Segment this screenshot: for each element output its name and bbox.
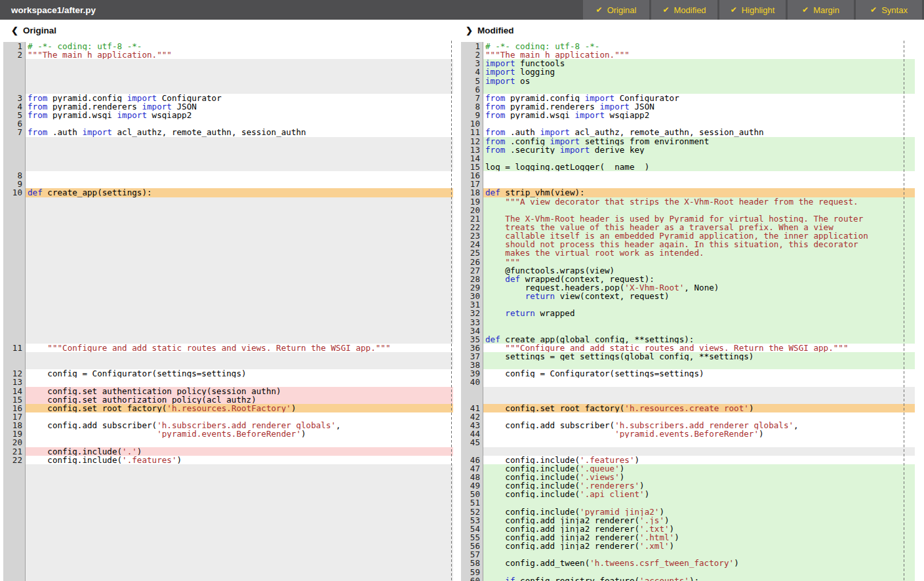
diff-row[interactable]: 43 config.add_subscriber('h.subscribers.…: [460, 421, 915, 430]
code-line[interactable]: config.set_root_factory('h.resources.cre…: [483, 404, 915, 412]
diff-row[interactable]: [0, 275, 453, 283]
diff-row[interactable]: [0, 335, 453, 344]
diff-row[interactable]: 6: [0, 119, 453, 128]
code-line[interactable]: from pyramid.config import Configurator: [26, 94, 453, 102]
diff-row[interactable]: [0, 206, 453, 214]
code-line[interactable]: from pyramid.wsgi import wsgiapp2: [26, 111, 453, 119]
code-line[interactable]: config.add_jinja2_renderer('.js'): [483, 516, 915, 525]
diff-row[interactable]: [0, 266, 453, 275]
filler-line[interactable]: [26, 154, 453, 163]
code-line[interactable]: [483, 318, 915, 327]
diff-row[interactable]: 46 config.include('.features'): [460, 456, 915, 464]
code-line[interactable]: config.include('.api_client'): [483, 490, 915, 498]
code-line[interactable]: config.set_authorization_policy(acl_auth…: [26, 395, 453, 404]
diff-row[interactable]: [0, 240, 453, 249]
code-line[interactable]: from .security import derive_key: [483, 146, 915, 154]
diff-row[interactable]: 28 def wrapped(context, request):: [460, 275, 915, 283]
diff-row[interactable]: 38: [460, 361, 915, 369]
code-line[interactable]: config.include('pyramid_jinja2'): [483, 508, 915, 516]
diff-row[interactable]: 14 config.set_authentication_policy(sess…: [0, 387, 453, 395]
code-line[interactable]: config.include('.features'): [26, 456, 453, 464]
diff-row[interactable]: [460, 387, 915, 395]
toggle-button-original[interactable]: ✔Original: [583, 0, 649, 20]
diff-row[interactable]: 31: [460, 300, 915, 309]
filler-line[interactable]: [26, 85, 453, 94]
code-line[interactable]: [483, 171, 915, 180]
diff-row[interactable]: 22 treats the value of this header as a …: [460, 223, 915, 231]
diff-row[interactable]: 58 config.add_tween('h.tweens.csrf_tween…: [460, 559, 915, 567]
code-line[interactable]: [26, 438, 453, 447]
code-line[interactable]: config.add_subscriber('h.subscribers.add…: [26, 421, 453, 430]
diff-row[interactable]: 3from pyramid.config import Configurator: [0, 94, 453, 102]
diff-row[interactable]: 59: [460, 568, 915, 576]
diff-row[interactable]: 32 return wrapped: [460, 309, 915, 317]
modified-pane[interactable]: 1# -*- coding: utf-8 -*-2"""The main h a…: [460, 41, 915, 581]
diff-row[interactable]: 42: [460, 412, 915, 421]
filler-line[interactable]: [26, 533, 453, 542]
code-line[interactable]: [26, 412, 453, 421]
diff-row[interactable]: 30 return view(context, request): [460, 292, 915, 300]
code-line[interactable]: # -*- coding: utf-8 -*-: [483, 42, 915, 50]
filler-line[interactable]: [26, 59, 453, 68]
diff-row[interactable]: 33: [460, 318, 915, 327]
filler-line[interactable]: [26, 576, 453, 581]
diff-row[interactable]: 13: [0, 378, 453, 386]
code-line[interactable]: config.add_jinja2_renderer('.html'): [483, 533, 915, 542]
diff-row[interactable]: 16 config.set_root_factory('h.resources.…: [0, 404, 453, 412]
diff-row[interactable]: 54 config.add_jinja2_renderer('.txt'): [460, 525, 915, 533]
code-line[interactable]: [483, 438, 915, 447]
diff-row[interactable]: [0, 214, 453, 223]
diff-row[interactable]: [0, 77, 453, 85]
diff-row[interactable]: 5import os: [460, 77, 915, 85]
diff-row[interactable]: [0, 249, 453, 257]
diff-row[interactable]: [460, 447, 915, 456]
filler-line[interactable]: [483, 447, 915, 456]
diff-row[interactable]: [0, 231, 453, 240]
code-line[interactable]: [483, 378, 915, 386]
code-line[interactable]: config.add_tween('h.tweens.csrf_tween_fa…: [483, 559, 915, 567]
code-line[interactable]: config.add_subscriber('h.subscribers.add…: [483, 421, 915, 430]
diff-row[interactable]: 27 @functools.wraps(view): [460, 266, 915, 275]
diff-row[interactable]: 22 config.include('.features'): [0, 456, 453, 464]
filler-line[interactable]: [26, 223, 453, 231]
code-line[interactable]: 'pyramid.events.BeforeRender'): [26, 430, 453, 438]
diff-row[interactable]: 7from pyramid.config import Configurator: [460, 94, 915, 102]
code-line[interactable]: [26, 119, 453, 128]
code-line[interactable]: [26, 180, 453, 188]
toggle-button-margin[interactable]: ✔Margin: [788, 0, 854, 20]
code-line[interactable]: [26, 171, 453, 180]
code-line[interactable]: import logging: [483, 68, 915, 76]
code-line[interactable]: """The main h application.""": [483, 50, 915, 59]
code-line[interactable]: """A view decorator that strips the X-Vh…: [483, 197, 915, 206]
diff-row[interactable]: 18 config.add_subscriber('h.subscribers.…: [0, 421, 453, 430]
diff-row[interactable]: 10: [460, 119, 915, 128]
diff-row[interactable]: [0, 197, 453, 206]
code-line[interactable]: log = logging.getLogger(__name__): [483, 163, 915, 171]
diff-row[interactable]: 18def strip_vhm(view):: [460, 188, 915, 197]
filler-line[interactable]: [26, 309, 453, 317]
code-line[interactable]: from pyramid.wsgi import wsgiapp2: [483, 111, 915, 119]
code-line[interactable]: def create_app(global_config, **settings…: [483, 335, 915, 344]
diff-row[interactable]: [0, 163, 453, 171]
diff-row[interactable]: 21 The X-Vhm-Root header is used by Pyra…: [460, 214, 915, 223]
diff-row[interactable]: 10def create_app(settings):: [0, 188, 453, 197]
filler-line[interactable]: [26, 266, 453, 275]
code-line[interactable]: from .auth import acl_authz, remote_auth…: [26, 128, 453, 136]
diff-row[interactable]: [0, 154, 453, 163]
code-line[interactable]: config.include('.queue'): [483, 464, 915, 473]
diff-row[interactable]: 5from pyramid.wsgi import wsgiapp2: [0, 111, 453, 119]
code-line[interactable]: [483, 206, 915, 214]
filler-line[interactable]: [26, 137, 453, 146]
filler-line[interactable]: [26, 559, 453, 567]
code-line[interactable]: should not process this header again. In…: [483, 240, 915, 249]
filler-line[interactable]: [26, 68, 453, 76]
code-line[interactable]: [483, 412, 915, 421]
diff-row[interactable]: 8: [0, 171, 453, 180]
diff-row[interactable]: [0, 481, 453, 490]
diff-row[interactable]: 49 config.include('.renderers'): [460, 481, 915, 490]
diff-row[interactable]: [460, 395, 915, 404]
diff-row[interactable]: 17: [460, 180, 915, 188]
diff-row[interactable]: 48 config.include('.views'): [460, 473, 915, 481]
code-line[interactable]: if config.registry.feature('accounts'):: [483, 576, 915, 581]
diff-row[interactable]: 7from .auth import acl_authz, remote_aut…: [0, 128, 453, 136]
